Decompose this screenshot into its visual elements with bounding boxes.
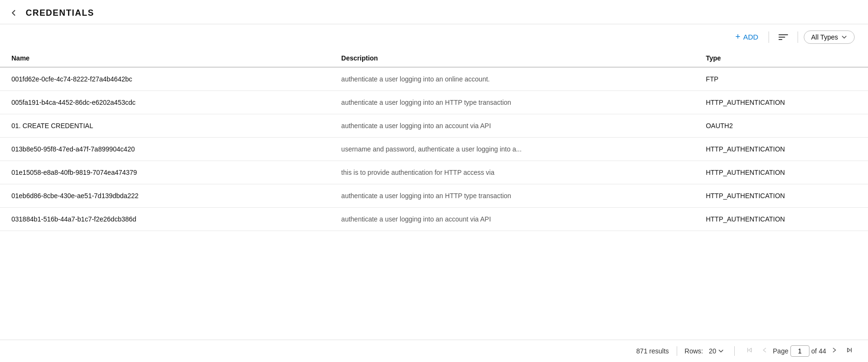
page-info: Page of 44 bbox=[773, 345, 826, 357]
rows-label: Rows: bbox=[685, 347, 703, 355]
filter-icon bbox=[779, 34, 788, 40]
credentials-table: Name Description Type 001fd62e-0cfe-4c74… bbox=[0, 50, 868, 231]
cell-name: 01. CREATE CREDENTIAL bbox=[0, 114, 330, 138]
table-header-row: Name Description Type bbox=[0, 50, 868, 67]
toolbar-divider bbox=[769, 31, 769, 43]
toolbar: + ADD All Types bbox=[0, 24, 868, 50]
page-title: CREDENTIALS bbox=[26, 8, 94, 18]
rows-selector: Rows: 20 bbox=[685, 346, 727, 356]
cell-type: HTTP_AUTHENTICATION bbox=[694, 184, 868, 208]
table-row[interactable]: 01eb6d86-8cbe-430e-ae51-7d139dbda222auth… bbox=[0, 184, 868, 208]
cell-type: HTTP_AUTHENTICATION bbox=[694, 208, 868, 231]
table-row[interactable]: 01. CREATE CREDENTIALauthenticate a user… bbox=[0, 114, 868, 138]
prev-page-button[interactable] bbox=[758, 345, 772, 357]
type-dropdown[interactable]: All Types bbox=[804, 30, 855, 44]
cell-type: FTP bbox=[694, 67, 868, 91]
last-page-button[interactable] bbox=[842, 345, 857, 357]
first-page-button[interactable] bbox=[742, 345, 757, 357]
plus-icon: + bbox=[735, 32, 740, 42]
cell-name: 01e15058-e8a8-40fb-9819-7074ea474379 bbox=[0, 161, 330, 184]
col-type: Type bbox=[694, 50, 868, 67]
rows-per-page: 20 bbox=[709, 347, 716, 355]
cell-name: 005fa191-b4ca-4452-86dc-e6202a453cdc bbox=[0, 91, 330, 114]
cell-type: HTTP_AUTHENTICATION bbox=[694, 138, 868, 161]
cell-description: authenticate a user logging into an acco… bbox=[330, 208, 694, 231]
results-count: 871 results bbox=[636, 347, 669, 355]
cell-description: this is to provide authentication for HT… bbox=[330, 161, 694, 184]
add-label: ADD bbox=[743, 33, 759, 41]
table-row[interactable]: 01e15058-e8a8-40fb-9819-7074ea474379this… bbox=[0, 161, 868, 184]
cell-type: OAUTH2 bbox=[694, 114, 868, 138]
add-button[interactable]: + ADD bbox=[730, 29, 763, 45]
toolbar-divider-2 bbox=[798, 31, 798, 43]
cell-name: 01eb6d86-8cbe-430e-ae51-7d139dbda222 bbox=[0, 184, 330, 208]
table-row[interactable]: 005fa191-b4ca-4452-86dc-e6202a453cdcauth… bbox=[0, 91, 868, 114]
total-pages: 44 bbox=[819, 347, 826, 355]
cell-description: authenticate a user logging into an HTTP… bbox=[330, 91, 694, 114]
cell-description: username and password, authenticate a us… bbox=[330, 138, 694, 161]
next-page-button[interactable] bbox=[827, 345, 841, 357]
chevron-down-icon bbox=[841, 34, 848, 40]
cell-name: 031884b1-516b-44a7-b1c7-f2e26dcb386d bbox=[0, 208, 330, 231]
page-label: Page bbox=[773, 347, 789, 355]
cell-description: authenticate a user logging into an onli… bbox=[330, 67, 694, 91]
table-container: Name Description Type 001fd62e-0cfe-4c74… bbox=[0, 50, 868, 340]
footer-separator-2 bbox=[734, 346, 735, 356]
cell-description: authenticate a user logging into an acco… bbox=[330, 114, 694, 138]
of-label: of bbox=[811, 347, 817, 355]
pagination: Page of 44 bbox=[742, 345, 857, 357]
filter-button[interactable] bbox=[775, 31, 792, 43]
current-page-input[interactable] bbox=[790, 345, 809, 357]
footer: 871 results Rows: 20 Page of 44 bbox=[0, 340, 868, 362]
table-row[interactable]: 013b8e50-95f8-47ed-a47f-7a899904c420user… bbox=[0, 138, 868, 161]
header: CREDENTIALS bbox=[0, 0, 868, 24]
cell-description: authenticate a user logging into an HTTP… bbox=[330, 184, 694, 208]
type-dropdown-label: All Types bbox=[811, 33, 838, 41]
footer-separator bbox=[677, 346, 677, 356]
cell-name: 001fd62e-0cfe-4c74-8222-f27a4b4642bc bbox=[0, 67, 330, 91]
back-button[interactable] bbox=[8, 7, 20, 19]
cell-type: HTTP_AUTHENTICATION bbox=[694, 161, 868, 184]
table-row[interactable]: 001fd62e-0cfe-4c74-8222-f27a4b4642bcauth… bbox=[0, 67, 868, 91]
cell-type: HTTP_AUTHENTICATION bbox=[694, 91, 868, 114]
cell-name: 013b8e50-95f8-47ed-a47f-7a899904c420 bbox=[0, 138, 330, 161]
rows-dropdown[interactable]: 20 bbox=[706, 346, 727, 356]
col-description: Description bbox=[330, 50, 694, 67]
rows-chevron-icon bbox=[718, 348, 724, 354]
table-row[interactable]: 031884b1-516b-44a7-b1c7-f2e26dcb386dauth… bbox=[0, 208, 868, 231]
col-name: Name bbox=[0, 50, 330, 67]
